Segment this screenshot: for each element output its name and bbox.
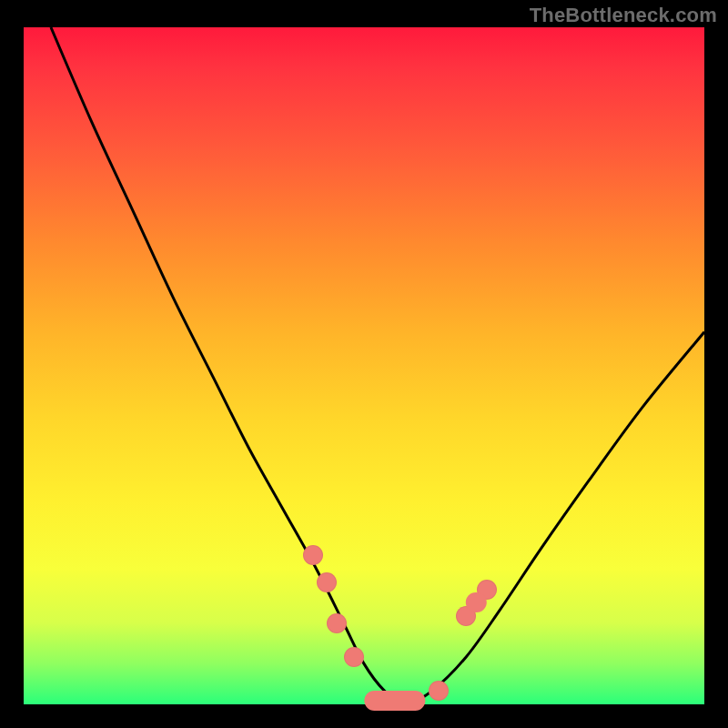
- chart-gradient-bg: [24, 27, 704, 704]
- chart-frame: [24, 27, 704, 704]
- curve-marker-dot: [429, 681, 449, 701]
- curve-marker-dot: [303, 545, 323, 565]
- curve-marker-pill: [364, 691, 425, 711]
- watermark-text: TheBottleneck.com: [530, 4, 717, 27]
- curve-marker-dot: [317, 572, 337, 592]
- curve-marker-dot: [344, 647, 364, 667]
- curve-marker-dot: [327, 613, 347, 633]
